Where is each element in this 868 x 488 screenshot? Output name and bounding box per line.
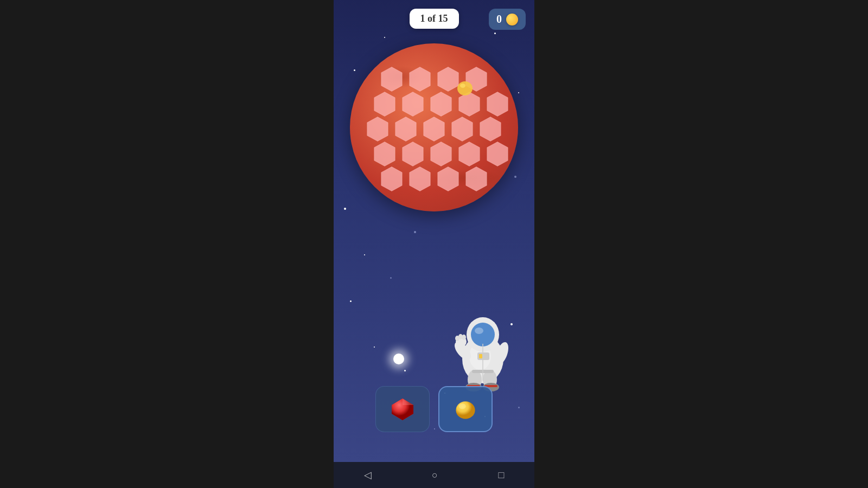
star — [344, 208, 346, 210]
svg-point-23 — [457, 81, 473, 95]
hex-cell[interactable] — [372, 91, 398, 117]
progress-text: 1 of 15 — [420, 13, 448, 24]
hex-cell[interactable] — [407, 166, 433, 192]
red-gem-card[interactable] — [375, 386, 430, 432]
star — [494, 33, 496, 34]
svg-marker-13 — [480, 117, 501, 142]
svg-marker-5 — [403, 92, 423, 117]
star — [364, 254, 365, 255]
hex-cell[interactable] — [456, 141, 482, 167]
yellow-gem-card[interactable] — [438, 386, 493, 432]
svg-marker-18 — [487, 142, 508, 166]
hex-grid[interactable] — [361, 54, 507, 201]
hex-cell[interactable] — [372, 141, 398, 167]
hex-cell[interactable] — [400, 141, 426, 167]
hex-cell[interactable] — [449, 116, 475, 142]
star — [404, 370, 406, 371]
svg-rect-42 — [479, 354, 482, 358]
nav-bar: ◁ ○ □ — [334, 462, 534, 488]
svg-marker-6 — [431, 92, 451, 117]
hex-cell[interactable] — [435, 166, 461, 192]
hex-cell[interactable] — [484, 91, 510, 117]
svg-marker-22 — [466, 167, 487, 191]
svg-point-28 — [471, 323, 495, 346]
astronaut — [448, 305, 518, 391]
hex-cell[interactable] — [421, 116, 447, 142]
hex-row-5 — [378, 165, 490, 193]
bottom-cards — [334, 386, 534, 432]
svg-marker-15 — [403, 142, 423, 166]
star — [374, 346, 375, 348]
hex-cell[interactable] — [379, 166, 405, 192]
svg-marker-0 — [381, 67, 402, 92]
sidebar-left — [0, 0, 334, 488]
svg-marker-2 — [438, 67, 458, 92]
hex-cell[interactable] — [400, 91, 426, 117]
hex-row-4 — [371, 140, 512, 168]
svg-marker-21 — [438, 167, 458, 191]
svg-point-35 — [462, 335, 466, 340]
svg-point-48 — [456, 401, 475, 419]
svg-marker-12 — [452, 117, 473, 142]
hex-row-3 — [363, 115, 505, 143]
recent-nav-button[interactable]: □ — [498, 470, 504, 481]
hex-cell[interactable] — [407, 66, 433, 92]
coin-icon — [506, 14, 518, 25]
svg-marker-20 — [410, 167, 430, 191]
red-gem-icon — [390, 396, 416, 422]
score-number: 0 — [496, 13, 502, 25]
hex-cell[interactable] — [428, 141, 454, 167]
svg-marker-1 — [410, 67, 430, 92]
star — [354, 69, 355, 71]
star — [514, 176, 516, 178]
svg-marker-4 — [374, 92, 395, 117]
svg-marker-14 — [374, 142, 395, 166]
svg-marker-9 — [367, 117, 388, 142]
svg-marker-8 — [487, 92, 508, 117]
top-bar: 1 of 15 0 — [334, 9, 534, 29]
score-badge: 0 — [489, 9, 526, 30]
planet — [350, 43, 518, 211]
game-area: 1 of 15 0 — [334, 0, 534, 462]
hex-row-2 — [371, 90, 512, 118]
back-nav-button[interactable]: ◁ — [364, 469, 372, 481]
star — [384, 37, 385, 38]
hex-cell[interactable] — [365, 116, 391, 142]
star — [350, 300, 352, 302]
svg-marker-10 — [395, 117, 416, 142]
bright-star — [393, 354, 404, 364]
svg-marker-19 — [381, 167, 402, 191]
progress-badge: 1 of 15 — [410, 9, 459, 29]
svg-marker-17 — [459, 142, 480, 166]
svg-marker-47 — [403, 399, 413, 405]
flying-yellow-gem — [456, 80, 474, 99]
star — [518, 92, 519, 93]
star — [414, 231, 416, 233]
hex-cell[interactable] — [393, 116, 419, 142]
svg-point-24 — [460, 84, 465, 88]
svg-marker-11 — [424, 117, 444, 142]
hex-cell[interactable] — [484, 141, 510, 167]
hex-cell[interactable] — [428, 91, 454, 117]
star — [390, 277, 392, 279]
sidebar-right — [534, 0, 868, 488]
phone-container: 1 of 15 0 — [334, 0, 534, 488]
yellow-gem-icon — [454, 397, 477, 421]
svg-point-49 — [459, 403, 466, 409]
svg-marker-16 — [431, 142, 451, 166]
svg-point-29 — [475, 328, 483, 334]
hex-cell[interactable] — [463, 166, 489, 192]
hex-cell[interactable] — [477, 116, 503, 142]
home-nav-button[interactable]: ○ — [432, 470, 438, 481]
hex-cell[interactable] — [379, 66, 405, 92]
